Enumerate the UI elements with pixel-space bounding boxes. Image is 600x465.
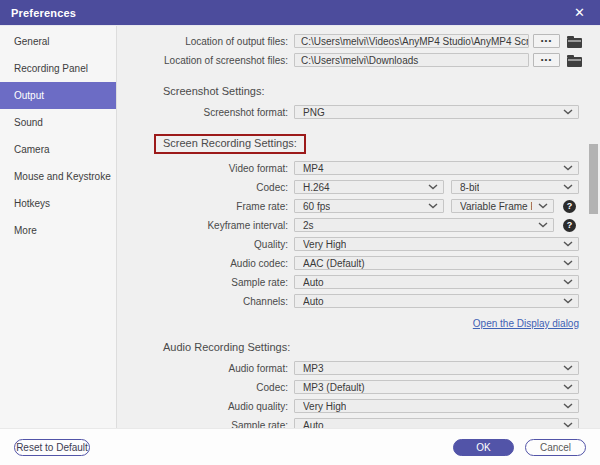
video-format-dropdown[interactable]: MP4	[294, 161, 579, 175]
chevron-down-icon	[563, 365, 573, 371]
audio-codec2-dropdown[interactable]: MP3 (Default)	[294, 380, 579, 394]
keyframe-interval-label: Keyframe interval:	[117, 220, 294, 231]
audio-quality-dropdown[interactable]: Very High	[294, 399, 579, 413]
chevron-down-icon	[563, 279, 573, 285]
sidebar-item-mouse-keystroke[interactable]: Mouse and Keystroke	[0, 163, 116, 190]
codec-row: Codec: H.264 8-bit	[117, 180, 600, 194]
audio-format-label: Audio format:	[117, 363, 294, 374]
channels-label: Channels:	[117, 296, 294, 307]
chevron-down-icon	[563, 241, 573, 247]
video-format-label: Video format:	[117, 163, 294, 174]
cancel-button[interactable]: Cancel	[525, 439, 586, 456]
frame-rate-mode-dropdown[interactable]: Variable Frame Rate	[451, 199, 554, 213]
keyframe-interval-dropdown[interactable]: 2s	[294, 218, 554, 232]
browse-screenshot-button[interactable]: •••	[533, 53, 560, 67]
quality-label: Quality:	[117, 239, 294, 250]
chevron-down-icon	[563, 109, 573, 115]
folder-icon	[567, 57, 582, 67]
audio-codec-row: Audio codec: AAC (Default)	[117, 256, 600, 270]
audio-codec-label: Audio codec:	[117, 258, 294, 269]
screenshot-location-label: Location of screenshot files:	[117, 55, 294, 66]
frame-rate-dropdown[interactable]: 60 fps	[294, 199, 444, 213]
display-dialog-link-row: Open the Display dialog	[117, 313, 579, 326]
chevron-down-icon	[563, 384, 573, 390]
output-location-label: Location of output files:	[117, 36, 294, 47]
audio-sample-rate-label: Sample rate:	[117, 420, 294, 429]
chevron-down-icon	[563, 184, 573, 190]
sidebar-item-output[interactable]: Output	[0, 82, 116, 109]
channels-dropdown[interactable]: Auto	[294, 294, 579, 308]
codec-label: Codec:	[117, 182, 294, 193]
dialog-body: General Recording Panel Output Sound Cam…	[0, 25, 600, 428]
folder-icon	[567, 38, 582, 48]
sample-rate-label: Sample rate:	[117, 277, 294, 288]
output-location-field[interactable]: C:\Users\melvi\Videos\AnyMP4 Studio\AnyM…	[294, 34, 529, 48]
reset-to-default-button[interactable]: Reset to Default	[14, 439, 90, 456]
audio-quality-row: Audio quality: Very High	[117, 399, 600, 413]
audio-quality-label: Audio quality:	[117, 401, 294, 412]
open-screenshot-folder-button[interactable]	[567, 54, 583, 67]
screenshot-location-row: Location of screenshot files: C:\Users\m…	[117, 53, 600, 67]
screenshot-format-label: Screenshot format:	[117, 107, 294, 118]
audio-codec2-label: Codec:	[117, 382, 294, 393]
sample-rate-dropdown[interactable]: Auto	[294, 275, 579, 289]
open-output-folder-button[interactable]	[567, 35, 583, 48]
open-display-dialog-link[interactable]: Open the Display dialog	[473, 318, 579, 329]
audio-format-row: Audio format: MP3	[117, 361, 600, 375]
footer-bar: Reset to Default OK Cancel	[0, 428, 600, 465]
chevron-down-icon	[563, 165, 573, 171]
audio-sample-rate-dropdown[interactable]: Auto	[294, 418, 579, 428]
browse-output-button[interactable]: •••	[533, 34, 560, 48]
sidebar-item-sound[interactable]: Sound	[0, 109, 116, 136]
audio-codec-dropdown[interactable]: AAC (Default)	[294, 256, 579, 270]
output-settings-panel: Location of output files: C:\Users\melvi…	[117, 26, 600, 428]
chevron-down-icon	[563, 298, 573, 304]
bit-depth-dropdown[interactable]: 8-bit	[451, 180, 579, 194]
chevron-down-icon	[563, 422, 573, 428]
sidebar: General Recording Panel Output Sound Cam…	[0, 26, 117, 428]
ok-button[interactable]: OK	[453, 439, 514, 456]
audio-codec2-row: Codec: MP3 (Default)	[117, 380, 600, 394]
help-icon[interactable]: ?	[563, 219, 576, 232]
screenshot-location-field[interactable]: C:\Users\melvi\Downloads	[294, 53, 529, 67]
chevron-down-icon	[563, 260, 573, 266]
sidebar-item-recording-panel[interactable]: Recording Panel	[0, 55, 116, 82]
screenshot-settings-heading: Screenshot Settings:	[163, 85, 600, 98]
titlebar: Preferences ✕	[0, 0, 600, 25]
output-location-row: Location of output files: C:\Users\melvi…	[117, 34, 600, 48]
frame-rate-row: Frame rate: 60 fps Variable Frame Rate ?	[117, 199, 600, 213]
codec-dropdown[interactable]: H.264	[294, 180, 444, 194]
screen-recording-settings-heading: Screen Recording Settings:	[163, 137, 297, 150]
close-icon[interactable]: ✕	[570, 4, 589, 21]
frame-rate-label: Frame rate:	[117, 201, 294, 212]
scrollbar-thumb[interactable]	[589, 144, 598, 214]
screenshot-format-dropdown[interactable]: PNG	[294, 105, 579, 119]
video-format-row: Video format: MP4	[117, 161, 600, 175]
chevron-down-icon	[563, 403, 573, 409]
preferences-dialog: Preferences ✕ General Recording Panel Ou…	[0, 0, 600, 465]
screenshot-format-row: Screenshot format: PNG	[117, 105, 600, 119]
audio-sample-rate-row: Sample rate: Auto	[117, 418, 600, 428]
audio-recording-settings-heading: Audio Recording Settings:	[163, 341, 600, 354]
dialog-title: Preferences	[11, 7, 76, 19]
audio-format-dropdown[interactable]: MP3	[294, 361, 579, 375]
sidebar-item-general[interactable]: General	[0, 28, 116, 55]
sidebar-item-more[interactable]: More	[0, 217, 116, 244]
highlight-box: Screen Recording Settings:	[154, 134, 306, 154]
footer-right-buttons: OK Cancel	[453, 439, 586, 456]
sample-rate-row: Sample rate: Auto	[117, 275, 600, 289]
sidebar-item-hotkeys[interactable]: Hotkeys	[0, 190, 116, 217]
help-icon[interactable]: ?	[563, 200, 576, 213]
chevron-down-icon	[428, 203, 438, 209]
keyframe-interval-row: Keyframe interval: 2s ?	[117, 218, 600, 232]
chevron-down-icon	[428, 184, 438, 190]
chevron-down-icon	[538, 222, 548, 228]
chevron-down-icon	[538, 203, 548, 209]
channels-row: Channels: Auto	[117, 294, 600, 308]
quality-row: Quality: Very High	[117, 237, 600, 251]
sidebar-item-camera[interactable]: Camera	[0, 136, 116, 163]
quality-dropdown[interactable]: Very High	[294, 237, 579, 251]
